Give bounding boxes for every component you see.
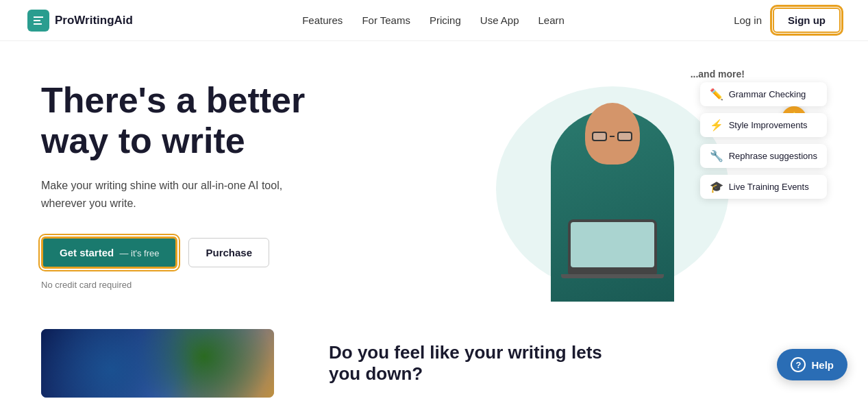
pill-style: ⚡ Style Improvements — [700, 113, 827, 137]
help-button[interactable]: ? Help — [777, 349, 847, 380]
pill-grammar-label: Grammar Checking — [729, 89, 806, 99]
pill-grammar: ✏️ Grammar Checking — [700, 82, 827, 106]
no-cc-text: No credit card required — [41, 280, 397, 290]
bottom-section: Do you feel like your writing lets you d… — [0, 315, 868, 398]
glasses-left — [592, 132, 607, 141]
hero-left: There's a better way to write Make your … — [41, 80, 397, 291]
hero-section: There's a better way to write Make your … — [0, 41, 868, 315]
nav-for-teams[interactable]: For Teams — [362, 14, 410, 26]
brand-name: ProWritingAid — [55, 14, 133, 27]
person-glasses — [592, 132, 633, 141]
nav-use-app[interactable]: Use App — [480, 14, 519, 26]
glasses-bridge — [610, 136, 615, 137]
logo-link[interactable]: ProWritingAid — [27, 10, 133, 32]
pill-style-label: Style Improvements — [729, 120, 808, 130]
pill-rephrase: 🔧 Rephrase suggestions — [700, 144, 827, 168]
nav-links: Features For Teams Pricing Use App Learn — [302, 14, 565, 27]
bottom-text: Do you feel like your writing lets you d… — [329, 342, 603, 385]
rephrase-icon: 🔧 — [710, 149, 723, 162]
person-head — [585, 103, 640, 165]
bottom-image — [41, 329, 274, 398]
glasses-right — [617, 132, 632, 141]
pill-training-label: Live Training Events — [729, 182, 809, 192]
painting-swirl — [41, 329, 274, 398]
nav-features[interactable]: Features — [302, 14, 343, 26]
purchase-button[interactable]: Purchase — [188, 238, 269, 267]
person-laptop — [568, 219, 657, 274]
bottom-heading: Do you feel like your writing lets you d… — [329, 342, 603, 385]
nav-learn[interactable]: Learn — [538, 14, 565, 26]
nav-pricing[interactable]: Pricing — [430, 14, 461, 26]
hero-person — [517, 96, 708, 302]
help-icon: ? — [791, 357, 806, 372]
pill-training: 🎓 Live Training Events — [700, 175, 827, 199]
navbar: ProWritingAid Features For Teams Pricing… — [0, 0, 868, 41]
signup-button[interactable]: Sign up — [773, 8, 841, 33]
get-started-button[interactable]: Get started — it's free — [41, 236, 177, 269]
and-more-label: ...and more! — [691, 69, 745, 80]
laptop-screen — [571, 222, 654, 267]
style-icon: ⚡ — [710, 119, 723, 132]
training-icon: 🎓 — [710, 180, 723, 193]
login-button[interactable]: Log in — [734, 14, 762, 26]
hero-illustration: ...and more! ⭐ ✏️ Grammar Checking ⚡ Sty… — [397, 69, 827, 302]
grammar-icon: ✏️ — [710, 88, 723, 101]
laptop-base — [561, 274, 664, 278]
hero-title: There's a better way to write — [41, 80, 397, 162]
help-label: Help — [811, 359, 834, 371]
logo-icon — [27, 10, 49, 32]
feature-pills: ✏️ Grammar Checking ⚡ Style Improvements… — [700, 82, 827, 199]
pill-rephrase-label: Rephrase suggestions — [729, 151, 817, 161]
hero-buttons: Get started — it's free Purchase — [41, 236, 397, 269]
navbar-actions: Log in Sign up — [734, 8, 841, 33]
hero-subtitle: Make your writing shine with our all-in-… — [41, 177, 288, 212]
